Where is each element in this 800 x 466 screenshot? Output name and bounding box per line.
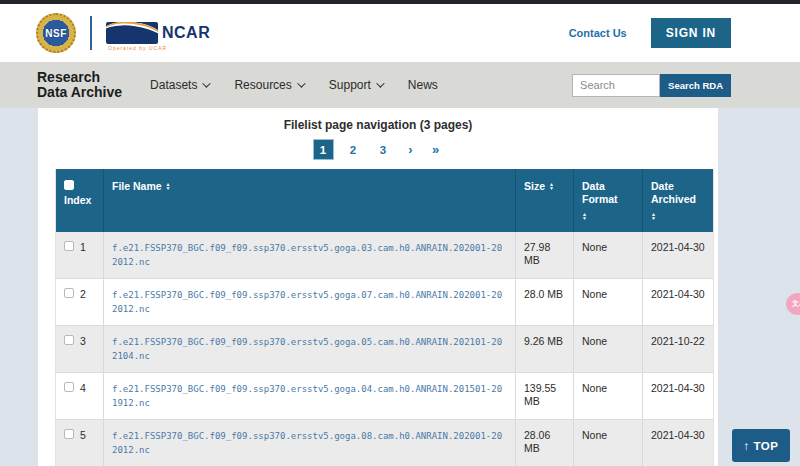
date-archived-cell: 2021-10-22: [643, 326, 714, 373]
pagination-nav: 123›»: [38, 139, 718, 160]
column-header-size[interactable]: Size ▲▼: [516, 169, 574, 232]
ncar-logo-text: NCAR: [162, 24, 210, 42]
back-to-top-button[interactable]: ↑ TOP: [732, 429, 790, 462]
contact-us-link[interactable]: Contact Us: [569, 27, 627, 39]
page-link-2[interactable]: 2: [343, 139, 364, 160]
translate-floating-button[interactable]: 文A: [786, 293, 800, 315]
nav-menu-item[interactable]: Resources: [234, 78, 302, 92]
nav-menu-item[interactable]: Datasets: [150, 78, 208, 92]
file-link[interactable]: f.e21.FSSP370_BGC.f09_f09.ssp370.ersstv5…: [112, 431, 502, 455]
table-row: 1 f.e21.FSSP370_BGC.f09_f09.ssp370.ersst…: [56, 232, 714, 279]
main-navbar: Research Data Archive Datasets Resources…: [0, 62, 800, 108]
nav-menu-item-label: News: [408, 78, 438, 92]
ncar-logo[interactable]: NCAR Operated by UCAR: [106, 22, 210, 44]
date-archived-cell: 2021-04-30: [643, 373, 714, 420]
chevron-down-icon: [297, 79, 305, 87]
index-cell: 2: [56, 279, 104, 326]
table-row: 3 f.e21.FSSP370_BGC.f09_f09.ssp370.ersst…: [56, 326, 714, 373]
table-row: 4 f.e21.FSSP370_BGC.f09_f09.ssp370.ersst…: [56, 373, 714, 420]
size-cell: 27.98 MB: [516, 232, 574, 279]
file-link[interactable]: f.e21.FSSP370_BGC.f09_f09.ssp370.ersstv5…: [112, 337, 502, 361]
content-panel: Filelist page navigation (3 pages) 123›»…: [38, 108, 718, 466]
nav-search-group: Search RDA: [572, 74, 731, 97]
pagination-title: Filelist page navigation (3 pages): [38, 108, 718, 132]
size-cell: 139.55 MB: [516, 373, 574, 420]
data-format-cell: None: [574, 373, 643, 420]
site-title-line1: Research: [37, 70, 122, 85]
site-header: NSF NCAR Operated by UCAR Contact Us SIG…: [0, 4, 800, 62]
table-row: 2 f.e21.FSSP370_BGC.f09_f09.ssp370.ersst…: [56, 279, 714, 326]
row-checkbox[interactable]: [64, 241, 74, 251]
select-all-checkbox[interactable]: [64, 180, 74, 190]
data-format-cell: None: [574, 279, 643, 326]
date-archived-cell: 2021-04-30: [643, 279, 714, 326]
row-checkbox[interactable]: [64, 335, 74, 345]
table-header-row: Index File Name ▲▼ Size ▲▼: [56, 169, 714, 232]
site-title: Research Data Archive: [37, 70, 122, 100]
column-header-date-archived[interactable]: Date Archived ▲▼: [643, 169, 714, 232]
header-right: Contact Us SIGN IN: [569, 18, 731, 48]
index-cell: 1: [56, 232, 104, 279]
row-checkbox[interactable]: [64, 382, 74, 392]
sort-icon[interactable]: ▲▼: [549, 182, 554, 190]
sort-icon[interactable]: ▲▼: [582, 212, 587, 220]
column-header-data-format-label: Data Format: [582, 180, 634, 206]
nav-menu: Datasets Resources Support News: [150, 78, 438, 92]
nav-menu-item[interactable]: News: [408, 78, 438, 92]
file-name-cell: f.e21.FSSP370_BGC.f09_f09.ssp370.ersstv5…: [104, 232, 516, 279]
search-input[interactable]: [572, 74, 660, 97]
size-cell: 28.06 MB: [516, 420, 574, 466]
date-archived-cell: 2021-04-30: [643, 232, 714, 279]
logo-separator: [90, 16, 92, 50]
data-format-cell: None: [574, 420, 643, 466]
row-checkbox[interactable]: [64, 288, 74, 298]
size-cell: 28.0 MB: [516, 279, 574, 326]
chevron-down-icon: [203, 79, 211, 87]
file-link[interactable]: f.e21.FSSP370_BGC.f09_f09.ssp370.ersstv5…: [112, 290, 502, 314]
file-name-cell: f.e21.FSSP370_BGC.f09_f09.ssp370.ersstv5…: [104, 420, 516, 466]
ncar-logo-mark: [106, 22, 158, 44]
row-index: 3: [80, 335, 86, 348]
page-link-1[interactable]: 1: [313, 139, 334, 160]
site-title-line2: Data Archive: [37, 85, 122, 100]
file-link[interactable]: f.e21.FSSP370_BGC.f09_f09.ssp370.ersstv5…: [112, 243, 502, 267]
file-name-cell: f.e21.FSSP370_BGC.f09_f09.ssp370.ersstv5…: [104, 326, 516, 373]
date-archived-cell: 2021-04-30: [643, 420, 714, 466]
nav-menu-item-label: Datasets: [150, 78, 197, 92]
column-header-file-name-label: File Name: [112, 180, 162, 193]
row-index: 4: [80, 382, 86, 395]
file-name-cell: f.e21.FSSP370_BGC.f09_f09.ssp370.ersstv5…: [104, 279, 516, 326]
search-rda-button[interactable]: Search RDA: [660, 74, 731, 97]
index-cell: 3: [56, 326, 104, 373]
ncar-tagline: Operated by UCAR: [108, 45, 167, 51]
column-header-file-name[interactable]: File Name ▲▼: [104, 169, 516, 232]
file-link[interactable]: f.e21.FSSP370_BGC.f09_f09.ssp370.ersstv5…: [112, 384, 502, 408]
sort-icon[interactable]: ▲▼: [651, 212, 656, 220]
column-header-data-format[interactable]: Data Format ▲▼: [574, 169, 643, 232]
row-checkbox[interactable]: [64, 429, 74, 439]
column-header-size-label: Size: [524, 180, 545, 193]
size-cell: 9.26 MB: [516, 326, 574, 373]
filelist-table: Index File Name ▲▼ Size ▲▼: [55, 169, 714, 466]
nsf-logo[interactable]: NSF: [36, 13, 76, 53]
sort-icon[interactable]: ▲▼: [166, 182, 171, 190]
column-header-index[interactable]: Index: [56, 169, 104, 232]
logo-group: NSF NCAR Operated by UCAR: [36, 13, 210, 53]
data-format-cell: None: [574, 232, 643, 279]
sign-in-button[interactable]: SIGN IN: [651, 18, 731, 48]
row-index: 5: [80, 429, 86, 442]
nav-menu-item[interactable]: Support: [329, 78, 382, 92]
page-background: Filelist page navigation (3 pages) 123›»…: [0, 108, 800, 466]
index-cell: 4: [56, 373, 104, 420]
chevron-down-icon: [376, 79, 384, 87]
page-link-3[interactable]: 3: [373, 139, 394, 160]
nav-menu-item-label: Resources: [234, 78, 291, 92]
table-row: 5 f.e21.FSSP370_BGC.f09_f09.ssp370.ersst…: [56, 420, 714, 466]
index-cell: 5: [56, 420, 104, 466]
nsf-logo-text: NSF: [45, 28, 67, 39]
data-format-cell: None: [574, 326, 643, 373]
file-name-cell: f.e21.FSSP370_BGC.f09_f09.ssp370.ersstv5…: [104, 373, 516, 420]
last-page-link[interactable]: »: [428, 142, 444, 157]
next-page-link[interactable]: ›: [403, 142, 419, 157]
nav-menu-item-label: Support: [329, 78, 371, 92]
